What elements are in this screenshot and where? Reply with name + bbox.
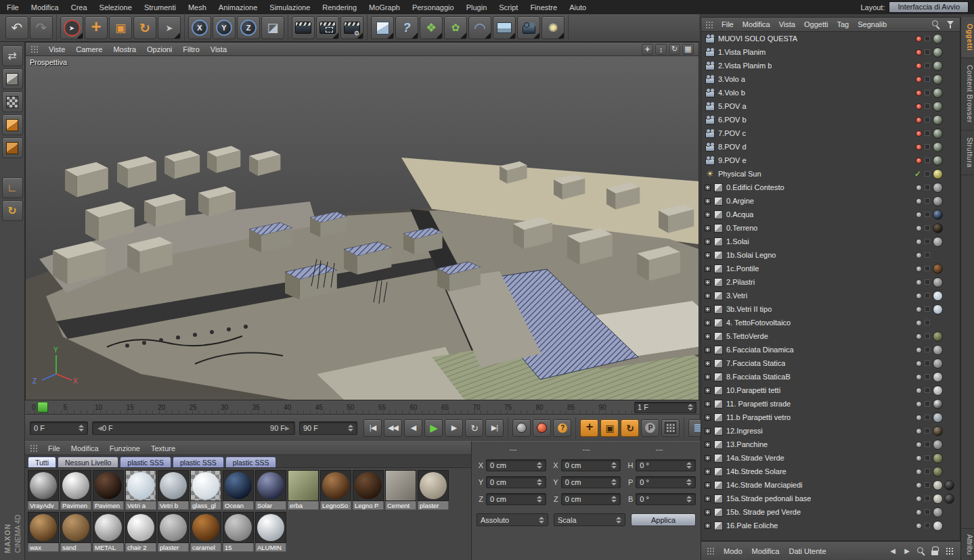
material-swatch[interactable]: plaster: [418, 470, 449, 510]
expand-icon[interactable]: [705, 306, 711, 312]
object-row[interactable]: 7.POV c: [701, 126, 960, 140]
stepper-icon[interactable]: [686, 496, 692, 503]
stepper-icon[interactable]: [348, 425, 353, 431]
object-row[interactable]: 0.Acqua: [701, 208, 960, 221]
key-pla-icon[interactable]: [661, 419, 680, 437]
material-swatch[interactable]: Ocean: [223, 470, 254, 510]
material-layer-tab[interactable]: plastic SSS: [173, 457, 224, 467]
object-name[interactable]: MUOVI SOLO QUESTA: [718, 34, 797, 43]
keyframe-icon[interactable]: [512, 419, 531, 437]
render-visibility-icon[interactable]: [925, 333, 930, 339]
material-name[interactable]: Pavimen: [60, 501, 91, 510]
rotate-axis-icon[interactable]: [2, 200, 23, 221]
render-visibility-icon[interactable]: [925, 469, 930, 474]
object-manager-menu-item[interactable]: Segnalib: [858, 20, 887, 28]
stepper-icon[interactable]: [611, 496, 617, 503]
expand-icon[interactable]: [705, 333, 711, 340]
material-swatch[interactable]: Legno P: [353, 470, 384, 510]
visibility-dot-icon[interactable]: [916, 103, 922, 110]
object-row[interactable]: 8.POV d: [701, 140, 960, 154]
visibility-dot-icon[interactable]: [916, 158, 922, 164]
menu-item[interactable]: File: [7, 3, 19, 11]
position-field[interactable]: 0 cm: [486, 493, 546, 505]
stepper-icon[interactable]: [79, 425, 84, 431]
expand-icon[interactable]: [705, 455, 711, 461]
material-layer-tab[interactable]: Tutti: [28, 457, 56, 467]
play-icon[interactable]: [424, 419, 443, 437]
material-name[interactable]: VrayAdv: [28, 501, 59, 510]
object-row[interactable]: 5.TettoVerde: [701, 329, 960, 343]
object-name[interactable]: 3b.Vetri II tipo: [726, 305, 772, 313]
texture-mode-icon[interactable]: [2, 91, 23, 112]
object-row[interactable]: 1b.Solai Legno: [701, 248, 960, 262]
expand-icon[interactable]: [705, 428, 711, 434]
position-field[interactable]: 0 cm: [486, 459, 546, 471]
object-row[interactable]: 8.Facciata StaticaB: [701, 370, 960, 383]
material-layer-tab[interactable]: plastic SSS: [225, 457, 277, 467]
render-visibility-icon[interactable]: [925, 374, 930, 379]
panel-grip[interactable]: [30, 444, 37, 452]
object-name[interactable]: 1.Vista Planim: [718, 48, 766, 56]
stepper-icon[interactable]: [537, 479, 542, 486]
visibility-dot-icon[interactable]: [916, 333, 922, 340]
object-row[interactable]: 6.POV b: [701, 113, 960, 126]
material-tag-icon[interactable]: [933, 521, 943, 531]
object-row[interactable]: 1.Solai: [701, 235, 960, 248]
record-icon[interactable]: [533, 419, 551, 437]
object-row[interactable]: MUOVI SOLO QUESTA: [701, 32, 960, 45]
model-mode-icon[interactable]: [2, 68, 23, 89]
object-name[interactable]: 15b. Strade ped Verde: [726, 508, 801, 516]
filter-icon[interactable]: [945, 19, 956, 30]
render-visibility-icon[interactable]: [925, 279, 930, 285]
material-swatch[interactable]: glass_gl: [190, 470, 221, 510]
material-swatch[interactable]: METAL: [93, 512, 124, 552]
material-tag-icon[interactable]: [933, 413, 943, 423]
visibility-dot-icon[interactable]: [916, 279, 922, 285]
object-manager-menu-item[interactable]: Modifica: [743, 20, 770, 28]
object-manager-menu-item[interactable]: Tag: [837, 20, 849, 28]
end-frame-field[interactable]: 90 F: [299, 421, 357, 435]
expand-icon[interactable]: [705, 496, 711, 502]
expand-icon[interactable]: [705, 266, 711, 272]
material-tag-icon[interactable]: [933, 480, 943, 490]
render-visibility-icon[interactable]: [925, 509, 930, 515]
object-name[interactable]: 7.POV c: [718, 129, 746, 137]
undo-icon[interactable]: [5, 16, 28, 39]
visibility-dot-icon[interactable]: [916, 428, 922, 434]
object-name[interactable]: 1b.Solai Legno: [726, 251, 776, 259]
material-tag-icon[interactable]: [933, 304, 943, 314]
expand-icon[interactable]: [705, 509, 711, 515]
visibility-dot-icon[interactable]: [916, 63, 922, 69]
material-swatch[interactable]: 15: [223, 512, 254, 552]
visibility-dot-icon[interactable]: [916, 185, 922, 191]
menu-item[interactable]: Personaggio: [412, 3, 454, 11]
visibility-dot-icon[interactable]: [916, 374, 922, 380]
material-tag-icon[interactable]: [933, 129, 943, 139]
light-icon[interactable]: [541, 16, 565, 39]
viewport-canvas[interactable]: Prospettiva: [26, 56, 699, 400]
frame-step-field[interactable]: 1 F: [634, 402, 696, 413]
menu-item[interactable]: Selezione: [99, 3, 132, 11]
expand-icon[interactable]: [705, 252, 711, 258]
object-row[interactable]: 11.b Parapetti vetro: [701, 411, 960, 424]
panel-tab[interactable]: Struttura: [961, 131, 974, 175]
object-name[interactable]: 10.Parapetti tetti: [726, 386, 780, 394]
stepper-icon[interactable]: [611, 462, 617, 469]
object-manager-menu-item[interactable]: File: [722, 20, 734, 28]
material-name[interactable]: 15: [223, 543, 254, 552]
render-visibility-icon[interactable]: [925, 239, 930, 244]
object-name[interactable]: 2.Vista Planim b: [718, 62, 772, 70]
render-visibility-icon[interactable]: [925, 212, 930, 217]
prev-frame-icon[interactable]: [404, 419, 422, 437]
stepper-icon[interactable]: [537, 462, 542, 469]
material-tag-icon[interactable]: [933, 169, 943, 179]
visibility-dot-icon[interactable]: [916, 239, 922, 245]
material-tag-icon[interactable]: [933, 399, 943, 409]
object-row[interactable]: 4.Volo b: [701, 86, 960, 99]
expand-icon[interactable]: [705, 320, 711, 326]
render-view-icon[interactable]: [292, 16, 315, 39]
key-position-icon[interactable]: [580, 419, 598, 437]
rotation-field[interactable]: 0 °: [636, 476, 696, 488]
expand-icon[interactable]: [705, 388, 711, 394]
visibility-dot-icon[interactable]: [916, 360, 922, 367]
